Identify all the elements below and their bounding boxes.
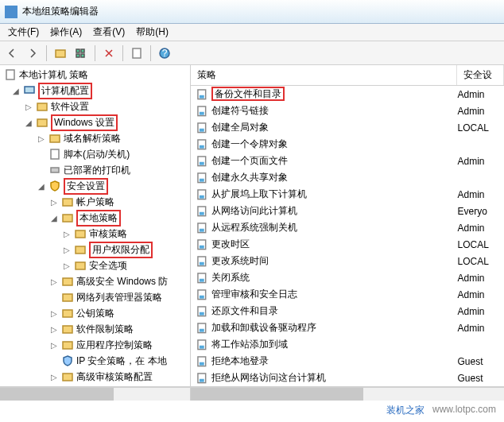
tree-softrestrict[interactable]: ▷软件限制策略 (0, 321, 190, 337)
tree-hscroll[interactable] (0, 387, 191, 401)
expand-icon[interactable]: ▷ (49, 309, 59, 318)
up-button[interactable] (52, 45, 69, 62)
tree-account[interactable]: ▷帐户策略 (0, 194, 190, 210)
list-item[interactable]: 创建全局对象LOCAL (191, 119, 504, 136)
list-item[interactable]: 拒绝从网络访问这台计算机Guest (191, 370, 504, 386)
collapse-icon[interactable]: ◢ (49, 214, 59, 223)
list-item[interactable]: 从网络访问此计算机Everyo (191, 203, 504, 219)
delete-button[interactable] (100, 45, 118, 62)
tree-security[interactable]: ◢安全设置 (0, 178, 190, 194)
list-hscroll[interactable] (191, 387, 504, 401)
svg-rect-0 (56, 50, 65, 57)
svg-text:?: ? (162, 48, 168, 59)
policy-security: Admin (458, 189, 504, 200)
window-title: 本地组策略编辑器 (22, 5, 99, 18)
menu-action[interactable]: 操作(A) (45, 24, 87, 41)
policy-item-icon (196, 372, 208, 385)
svg-rect-22 (63, 310, 72, 317)
expand-icon[interactable]: ▷ (62, 261, 72, 270)
list-item[interactable]: 加载和卸载设备驱动程序Admin (191, 319, 504, 336)
menu-view[interactable]: 查看(V) (88, 24, 130, 41)
tree-software[interactable]: ▷软件设置 (0, 99, 190, 114)
folder-icon (61, 211, 74, 224)
separator (95, 45, 95, 61)
tree-netlist[interactable]: 网络列表管理器策略 (0, 289, 190, 305)
list-item[interactable]: 创建一个令牌对象 (191, 136, 504, 153)
svg-rect-27 (200, 95, 204, 98)
expand-icon[interactable]: ▷ (49, 325, 59, 334)
folder-icon (61, 370, 74, 383)
svg-rect-59 (200, 362, 204, 365)
list-item[interactable]: 将工作站添加到域 (191, 336, 504, 353)
expand-icon[interactable]: ▷ (49, 373, 59, 381)
menu-file[interactable]: 文件(F) (3, 24, 44, 41)
tree-printers[interactable]: 已部署的打印机 (0, 162, 190, 178)
tree-security-opts[interactable]: ▷安全选项 (0, 257, 190, 273)
list-item[interactable]: 关闭系统Admin (191, 269, 504, 286)
collapse-icon[interactable]: ◢ (37, 182, 46, 191)
separator (46, 45, 47, 61)
collapse-icon[interactable]: ◢ (24, 118, 33, 127)
tree-audit[interactable]: ▷审核策略 (0, 226, 190, 242)
list-item[interactable]: 创建永久共享对象 (191, 169, 504, 186)
list-item[interactable]: 从扩展坞上取下计算机Admin (191, 186, 504, 203)
tree-advaudit[interactable]: ▷高级审核策略配置 (0, 369, 190, 385)
scrollbars (0, 387, 504, 401)
col-policy[interactable]: 策略 (191, 65, 457, 85)
expand-icon[interactable]: ▷ (62, 246, 72, 254)
tree-computer-config[interactable]: ◢计算机配置 (0, 83, 190, 99)
tree-dns[interactable]: ▷域名解析策略 (0, 130, 190, 146)
tree-appcontrol[interactable]: ▷应用程序控制策略 (0, 337, 190, 353)
list-item[interactable]: 还原文件和目录Admin (191, 303, 504, 319)
list-pane[interactable]: 策略 安全设 备份文件和目录Admin创建符号链接Admin创建全局对象LOCA… (191, 65, 504, 386)
properties-button[interactable] (128, 45, 145, 62)
tree-pubkey[interactable]: ▷公钥策略 (0, 305, 190, 321)
folder-icon (61, 275, 74, 288)
tree-user-rights[interactable]: ▷用户权限分配 (0, 242, 190, 257)
list-item[interactable]: 创建符号链接Admin (191, 103, 504, 119)
tree-root[interactable]: 本地计算机 策略 (0, 67, 190, 83)
policy-icon (4, 68, 17, 81)
list-item[interactable]: 创建一个页面文件Admin (191, 153, 504, 169)
main-area: 本地计算机 策略 ◢计算机配置 ▷软件设置 ◢Windows 设置 ▷域名解析策… (0, 65, 504, 387)
col-security[interactable]: 安全设 (457, 65, 504, 85)
back-button[interactable] (3, 45, 21, 62)
list-icon-button[interactable] (72, 45, 90, 62)
expand-icon[interactable]: ▷ (49, 341, 59, 350)
expand-icon[interactable]: ▷ (24, 103, 33, 111)
policy-item-icon (196, 172, 208, 184)
tree-local-policy[interactable]: ◢本地策略 (0, 210, 190, 226)
list-item[interactable]: 更改时区LOCAL (191, 236, 504, 253)
expand-icon[interactable]: ▷ (49, 198, 59, 207)
tree-ipsec[interactable]: IP 安全策略，在 本地 (0, 353, 190, 369)
list-item[interactable]: 拒绝本地登录Guest (191, 353, 504, 370)
expand-icon[interactable]: ▷ (62, 230, 72, 238)
forward-button[interactable] (24, 45, 41, 62)
policy-item-icon (196, 205, 208, 218)
svg-rect-33 (200, 145, 204, 148)
tree-pane[interactable]: 本地计算机 策略 ◢计算机配置 ▷软件设置 ◢Windows 设置 ▷域名解析策… (0, 65, 191, 386)
menu-help[interactable]: 帮助(H) (131, 24, 173, 41)
tree-scripts[interactable]: 脚本(启动/关机) (0, 146, 190, 162)
svg-rect-14 (51, 168, 59, 172)
svg-rect-43 (200, 228, 204, 231)
list-item[interactable]: 管理审核和安全日志Admin (191, 286, 504, 303)
tree-adv-firewall[interactable]: ▷高级安全 Windows 防 (0, 273, 190, 289)
policy-security: Admin (458, 223, 504, 234)
list-item[interactable]: 从远程系统强制关机Admin (191, 219, 504, 236)
tree-windows-settings[interactable]: ◢Windows 设置 (0, 114, 190, 130)
svg-rect-8 (6, 70, 14, 79)
policy-name: 从远程系统强制关机 (211, 221, 458, 234)
policy-item-icon (196, 88, 208, 101)
svg-rect-29 (200, 111, 204, 114)
expand-icon[interactable]: ▷ (49, 277, 59, 286)
collapse-icon[interactable]: ◢ (11, 87, 21, 95)
separator (122, 45, 123, 61)
list-item[interactable]: 更改系统时间LOCAL (191, 253, 504, 269)
svg-rect-20 (63, 278, 72, 285)
svg-rect-61 (200, 378, 204, 381)
help-button[interactable]: ? (156, 45, 173, 62)
list-item[interactable]: 备份文件和目录Admin (191, 86, 504, 103)
folder-icon (74, 259, 87, 272)
expand-icon[interactable]: ▷ (37, 134, 46, 143)
